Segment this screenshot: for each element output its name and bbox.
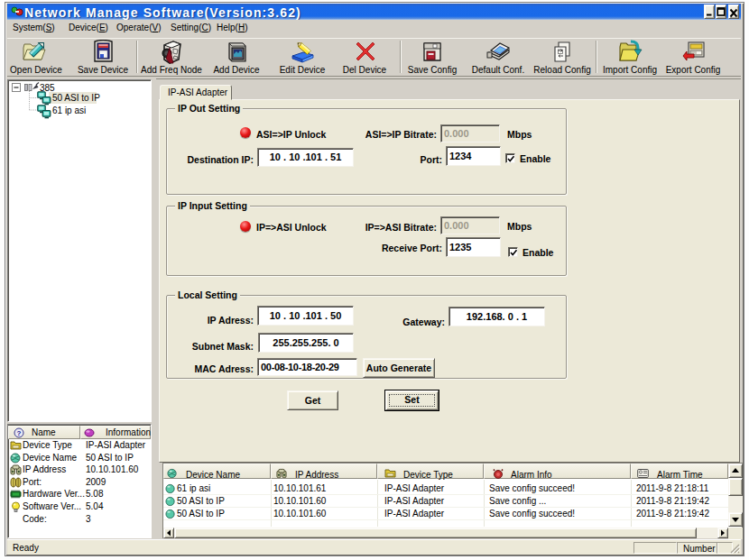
svg-text:?: ?: [17, 429, 22, 437]
